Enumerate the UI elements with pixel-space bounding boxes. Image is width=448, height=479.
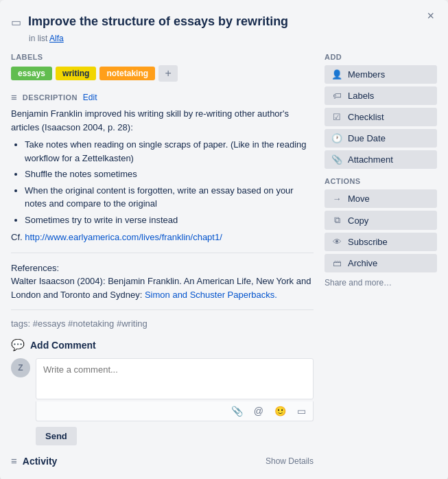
- description-label: Description: [23, 93, 78, 102]
- labels-section-label: Labels: [11, 53, 314, 61]
- comment-toolbar: 📎 @ 🙂 ▭: [36, 401, 314, 421]
- comment-input-row: Z 📎 @ 🙂 ▭: [11, 358, 314, 421]
- close-button[interactable]: ×: [423, 8, 438, 23]
- move-button[interactable]: → Move: [325, 189, 437, 208]
- due-date-label: Due Date: [348, 133, 386, 143]
- attachment-label: Attachment: [348, 154, 393, 165]
- labels-button[interactable]: 🏷 Labels: [325, 86, 437, 105]
- emoji-icon[interactable]: 🙂: [272, 404, 289, 418]
- comment-section: 💬 Add Comment Z 📎 @ 🙂 ▭ S: [11, 338, 314, 445]
- archive-icon: 🗃: [331, 258, 342, 268]
- labels-row: essays writing notetaking +: [11, 65, 314, 82]
- description-header: ≡ Description Edit: [11, 91, 314, 103]
- modal-title: Improve the structure of essays by rewri…: [28, 14, 288, 30]
- comment-textarea[interactable]: [36, 358, 314, 399]
- activity-icon: ≡: [11, 455, 17, 467]
- description-intro: Benjamin Franklin improved his writing s…: [11, 107, 314, 134]
- labels-icon: 🏷: [331, 91, 342, 101]
- references-header: References:: [11, 261, 314, 275]
- bullet-3: When the original content is forgotten, …: [25, 184, 314, 211]
- subscribe-button[interactable]: 👁 Subscribe: [325, 233, 437, 251]
- left-panel: Labels essays writing notetaking + ≡ Des…: [11, 53, 314, 467]
- modal-card: × ▭ Improve the structure of essays by r…: [0, 0, 448, 479]
- move-icon: →: [331, 194, 342, 204]
- archive-button[interactable]: 🗃 Archive: [325, 254, 437, 272]
- label-writing[interactable]: writing: [56, 67, 96, 80]
- due-date-icon: 🕐: [331, 133, 342, 143]
- bullet-4: Sometimes try to write in verse instead: [25, 213, 314, 227]
- user-avatar: Z: [11, 358, 30, 377]
- label-essays[interactable]: essays: [11, 67, 52, 80]
- description-bullets: Take notes when reading on single scraps…: [11, 138, 314, 226]
- checklist-label: Checklist: [348, 112, 384, 122]
- label-notetaking[interactable]: notetaking: [99, 67, 155, 80]
- comment-box-wrapper: 📎 @ 🙂 ▭: [36, 358, 314, 421]
- cf-link[interactable]: http://www.earlyamerica.com/lives/frankl…: [25, 232, 222, 242]
- cf-line: Cf. http://www.earlyamerica.com/lives/fr…: [11, 231, 314, 244]
- references-section: References: Walter Isaacson (2004): Benj…: [11, 261, 314, 302]
- checklist-button[interactable]: ☑ Checklist: [325, 108, 437, 126]
- attachment-button[interactable]: 📎 Attachment: [325, 150, 437, 169]
- in-list-label: in list Alfa: [29, 34, 437, 43]
- references-text: Walter Isaacson (2004): Benjamin Frankli…: [11, 274, 314, 301]
- list-link[interactable]: Alfa: [49, 34, 64, 43]
- archive-label: Archive: [348, 258, 377, 268]
- bullet-1: Take notes when reading on single scraps…: [25, 138, 314, 165]
- copy-icon: ⧉: [331, 215, 342, 226]
- main-content: Labels essays writing notetaking + ≡ Des…: [11, 53, 437, 467]
- copy-button[interactable]: ⧉ Copy: [325, 211, 437, 230]
- card-icon-btn[interactable]: ▭: [294, 404, 309, 418]
- card-icon: ▭: [11, 16, 21, 29]
- subscribe-icon: 👁: [331, 237, 342, 247]
- actions-section-label: Actions: [325, 177, 437, 185]
- copy-label: Copy: [348, 215, 368, 226]
- due-date-button[interactable]: 🕐 Due Date: [325, 129, 437, 148]
- description-text: Benjamin Franklin improved his writing s…: [11, 107, 314, 244]
- share-more-link[interactable]: Share and more…: [325, 278, 437, 288]
- add-label-button[interactable]: +: [158, 65, 178, 82]
- labels-label: Labels: [348, 91, 374, 101]
- members-label: Members: [348, 69, 385, 80]
- mention-icon[interactable]: @: [251, 404, 266, 418]
- activity-section: ≡ Activity Show Details: [11, 455, 314, 467]
- comment-header: 💬 Add Comment: [11, 338, 314, 351]
- activity-title: Activity: [23, 456, 58, 467]
- publisher-link[interactable]: Simon and Schuster Paperbacks.: [145, 290, 277, 300]
- divider-2: [11, 309, 314, 310]
- add-comment-title: Add Comment: [30, 340, 96, 351]
- members-button[interactable]: 👤 Members: [325, 65, 437, 84]
- add-section-label: Add: [325, 53, 437, 61]
- comment-icon: 💬: [11, 338, 25, 351]
- bullet-2: Shuffle the notes sometimes: [25, 167, 314, 181]
- right-panel: Add 👤 Members 🏷 Labels ☑ Checklist 🕐 Due…: [325, 53, 437, 467]
- activity-left: ≡ Activity: [11, 455, 57, 467]
- members-icon: 👤: [331, 69, 342, 80]
- checklist-icon: ☑: [331, 112, 342, 122]
- subscribe-label: Subscribe: [348, 237, 388, 247]
- attach-icon[interactable]: 📎: [228, 404, 246, 418]
- send-button[interactable]: Send: [36, 427, 77, 445]
- modal-header: ▭ Improve the structure of essays by rew…: [11, 14, 437, 30]
- divider-1: [11, 253, 314, 253]
- edit-description-link[interactable]: Edit: [83, 93, 97, 102]
- attachment-icon: 📎: [331, 154, 342, 165]
- tags-line: tags: #essays #notetaking #writing: [11, 318, 314, 329]
- move-label: Move: [348, 194, 370, 204]
- description-icon: ≡: [11, 91, 17, 103]
- show-details-link[interactable]: Show Details: [266, 456, 314, 466]
